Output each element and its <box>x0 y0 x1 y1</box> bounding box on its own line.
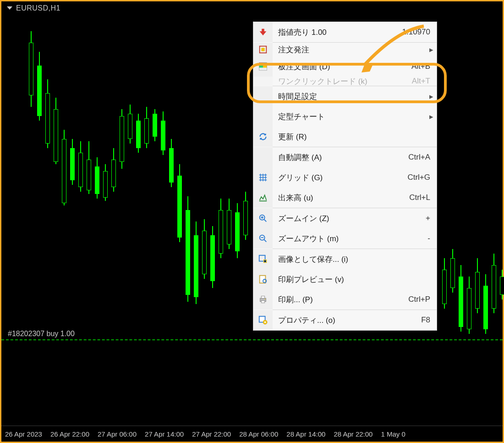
sell-arrow-icon <box>258 27 268 37</box>
menu-label: 画像として保存... (i) <box>278 254 348 265</box>
svg-rect-5 <box>259 65 263 68</box>
menu-label: 出来高 (u) <box>278 193 313 203</box>
zoom-in-icon <box>258 213 268 223</box>
menu-price: 1.10970 <box>402 28 430 37</box>
menu-volume[interactable]: 出来高 (u) Ctrl+L <box>253 188 437 208</box>
menu-new-order[interactable]: 注文発注 ▸ <box>253 43 437 56</box>
preview-icon <box>258 274 268 284</box>
zoom-out-icon <box>258 233 268 244</box>
order-line-label: #18202307 buy 1.00 <box>8 330 75 338</box>
svg-rect-3 <box>259 63 263 66</box>
save-image-icon <box>258 254 268 264</box>
menu-shortcut: Ctrl+A <box>408 153 430 162</box>
menu-label: グリッド (G) <box>278 172 323 183</box>
menu-shortcut: F8 <box>421 316 430 325</box>
menu-label: 注文発注 <box>278 44 309 55</box>
menu-save-image[interactable]: 画像として保存... (i) <box>253 249 437 269</box>
submenu-arrow-icon: ▸ <box>426 43 437 56</box>
svg-rect-14 <box>261 296 264 299</box>
order-icon <box>258 44 268 55</box>
volume-icon <box>258 193 268 203</box>
menu-label: 自動調整 (A) <box>278 152 322 163</box>
x-tick: 28 Apr 14:00 <box>286 430 325 438</box>
submenu-arrow-icon: ▸ <box>426 106 437 127</box>
menu-label: 定型チャート <box>278 111 325 122</box>
menu-shortcut: + <box>426 214 430 223</box>
menu-shortcut: Ctrl+G <box>407 173 430 182</box>
menu-refresh[interactable]: 更新 (R) <box>253 127 437 147</box>
properties-icon <box>258 315 268 325</box>
x-tick: 27 Apr 22:00 <box>192 430 231 438</box>
x-tick: 28 Apr 06:00 <box>239 430 278 438</box>
menu-label: 指値売り 1.00 <box>278 27 327 38</box>
context-menu: 指値売り 1.00 1.10970 注文発注 ▸ 板注文画面 (D) Alt+B… <box>253 22 437 331</box>
svg-rect-15 <box>261 301 264 303</box>
menu-label: 時間足設定 <box>278 91 317 102</box>
menu-template[interactable]: 定型チャート ▸ <box>253 106 437 127</box>
menu-timeframe[interactable]: 時間足設定 ▸ <box>253 86 437 106</box>
menu-label: ズームイン (Z) <box>278 213 329 224</box>
menu-shortcut: Ctrl+P <box>408 295 430 304</box>
menu-one-click[interactable]: ワンクリックトレード (k) Alt+T <box>253 77 437 86</box>
x-axis: 26 Apr 202326 Apr 22:0027 Apr 06:0027 Ap… <box>1 426 503 442</box>
menu-label: 板注文画面 (D) <box>278 61 330 72</box>
x-tick: 26 Apr 22:00 <box>50 430 89 438</box>
menu-properties[interactable]: プロパティ... (o) F8 <box>253 310 437 330</box>
svg-point-16 <box>265 299 266 299</box>
svg-rect-6 <box>263 65 267 68</box>
order-line <box>1 339 503 340</box>
refresh-icon <box>258 132 268 142</box>
print-icon <box>258 294 268 305</box>
menu-label: ワンクリックトレード (k) <box>278 77 367 86</box>
svg-point-19 <box>264 321 266 323</box>
menu-label: 更新 (R) <box>278 132 307 142</box>
grid-icon <box>258 172 268 183</box>
menu-print-preview[interactable]: 印刷プレビュー (v) <box>253 269 437 289</box>
menu-print[interactable]: 印刷... (P) Ctrl+P <box>253 289 437 310</box>
menu-sell-limit[interactable]: 指値売り 1.00 1.10970 <box>253 22 437 42</box>
svg-rect-7 <box>259 68 267 71</box>
x-tick: 28 Apr 22:00 <box>334 430 373 438</box>
menu-label: プロパティ... (o) <box>278 315 335 326</box>
x-tick: 26 Apr 2023 <box>5 430 42 438</box>
menu-autoscale[interactable]: 自動調整 (A) Ctrl+A <box>253 147 437 167</box>
svg-rect-4 <box>263 63 267 66</box>
svg-rect-1 <box>261 48 264 51</box>
menu-shortcut: Alt+B <box>411 62 430 71</box>
menu-depth-of-market[interactable]: 板注文画面 (D) Alt+B <box>253 56 437 77</box>
x-tick: 27 Apr 14:00 <box>145 430 184 438</box>
menu-grid[interactable]: グリッド (G) Ctrl+G <box>253 167 437 188</box>
submenu-arrow-icon: ▸ <box>426 86 437 106</box>
menu-label: 印刷プレビュー (v) <box>278 274 344 285</box>
dom-grid-icon <box>258 61 268 72</box>
menu-label: 印刷... (P) <box>278 294 313 305</box>
x-tick: 1 May 0 <box>381 430 405 438</box>
menu-shortcut: - <box>427 234 430 243</box>
menu-shortcut: Alt+T <box>412 77 430 86</box>
menu-shortcut: Ctrl+L <box>409 193 430 202</box>
menu-zoom-in[interactable]: ズームイン (Z) + <box>253 208 437 228</box>
menu-label: ズームアウト (m) <box>278 233 339 244</box>
x-tick: 27 Apr 06:00 <box>98 430 137 438</box>
menu-zoom-out[interactable]: ズームアウト (m) - <box>253 228 437 249</box>
